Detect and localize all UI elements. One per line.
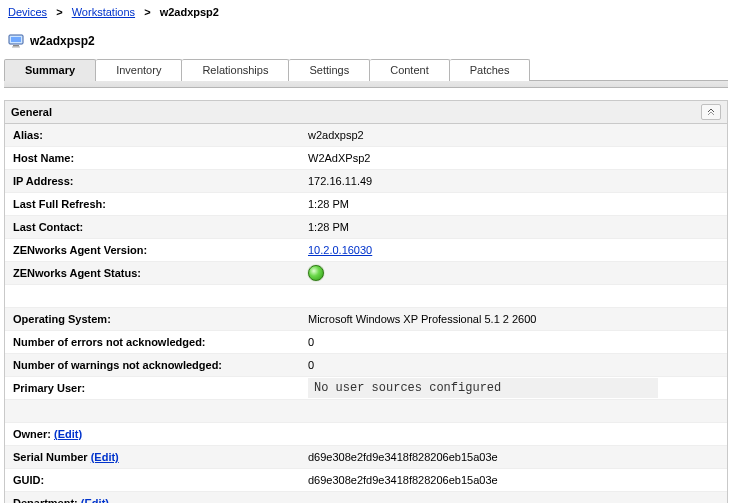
row-primary-user: Primary User: No user sources configured [5,377,727,400]
label-errors-not-ack: Number of errors not acknowledged: [13,336,308,348]
value-serial: d69e308e2fd9e3418f828206eb15a03e [308,451,719,463]
general-panel-title: General [11,106,52,118]
monitor-icon [8,34,24,48]
tab-summary[interactable]: Summary [4,59,96,81]
tab-patches[interactable]: Patches [450,59,531,81]
value-last-contact: 1:28 PM [308,221,719,233]
row-ip: IP Address: 172.16.11.49 [5,170,727,193]
row-warnings-not-ack: Number of warnings not acknowledged: 0 [5,354,727,377]
collapse-button[interactable] [701,104,721,120]
label-guid: GUID: [13,474,308,486]
label-agent-status: ZENworks Agent Status: [13,267,308,279]
tabs: Summary Inventory Relationships Settings… [4,58,728,80]
row-last-contact: Last Contact: 1:28 PM [5,216,727,239]
tab-settings[interactable]: Settings [289,59,370,81]
label-os: Operating System: [13,313,308,325]
row-gap [5,285,727,308]
label-warnings-not-ack: Number of warnings not acknowledged: [13,359,308,371]
label-ip: IP Address: [13,175,308,187]
tab-inventory[interactable]: Inventory [96,59,182,81]
label-serial: Serial Number [13,451,88,463]
value-errors-not-ack: 0 [308,336,719,348]
label-department: Department: [13,497,78,503]
breadcrumb-separator-icon: > [144,6,150,18]
row-os: Operating System: Microsoft Windows XP P… [5,308,727,331]
page-title: w2adxpsp2 [30,34,95,48]
breadcrumb-separator-icon: > [56,6,62,18]
row-agent-version: ZENworks Agent Version: 10.2.0.16030 [5,239,727,262]
tab-content[interactable]: Content [370,59,450,81]
row-alias: Alias: w2adxpsp2 [5,124,727,147]
row-owner: Owner: (Edit) [5,423,727,446]
value-warnings-not-ack: 0 [308,359,719,371]
breadcrumb-current: w2adxpsp2 [160,6,219,18]
svg-rect-1 [11,37,21,42]
value-ip: 172.16.11.49 [308,175,719,187]
row-hostname: Host Name: W2AdXPsp2 [5,147,727,170]
link-agent-version[interactable]: 10.2.0.16030 [308,244,372,256]
label-primary-user: Primary User: [13,382,308,394]
value-guid: d69e308e2fd9e3418f828206eb15a03e [308,474,719,486]
breadcrumb: Devices > Workstations > w2adxpsp2 [0,0,732,20]
label-hostname: Host Name: [13,152,308,164]
breadcrumb-devices[interactable]: Devices [8,6,47,18]
tab-bar [4,80,728,88]
value-last-full-refresh: 1:28 PM [308,198,719,210]
value-alias: w2adxpsp2 [308,129,719,141]
svg-rect-3 [12,47,20,48]
general-panel: General Alias: w2adxpsp2 Host Name: W2Ad… [4,100,728,503]
row-last-full-refresh: Last Full Refresh: 1:28 PM [5,193,727,216]
label-last-full-refresh: Last Full Refresh: [13,198,308,210]
row-guid: GUID: d69e308e2fd9e3418f828206eb15a03e [5,469,727,492]
label-owner: Owner: [13,428,51,440]
value-primary-user: No user sources configured [308,378,658,398]
general-panel-header: General [5,101,727,124]
edit-owner[interactable]: (Edit) [54,428,82,440]
value-os: Microsoft Windows XP Professional 5.1 2 … [308,313,719,325]
row-serial: Serial Number (Edit) d69e308e2fd9e3418f8… [5,446,727,469]
chevron-up-icon [706,106,716,118]
label-last-contact: Last Contact: [13,221,308,233]
row-gap [5,400,727,423]
page-title-row: w2adxpsp2 [0,20,732,54]
svg-rect-2 [13,45,19,47]
tab-relationships[interactable]: Relationships [182,59,289,81]
status-ok-icon [308,265,324,281]
label-alias: Alias: [13,129,308,141]
edit-department[interactable]: (Edit) [81,497,109,503]
breadcrumb-workstations[interactable]: Workstations [72,6,135,18]
label-agent-version: ZENworks Agent Version: [13,244,308,256]
row-errors-not-ack: Number of errors not acknowledged: 0 [5,331,727,354]
row-department: Department: (Edit) [5,492,727,503]
row-agent-status: ZENworks Agent Status: [5,262,727,285]
edit-serial[interactable]: (Edit) [91,451,119,463]
value-hostname: W2AdXPsp2 [308,152,719,164]
